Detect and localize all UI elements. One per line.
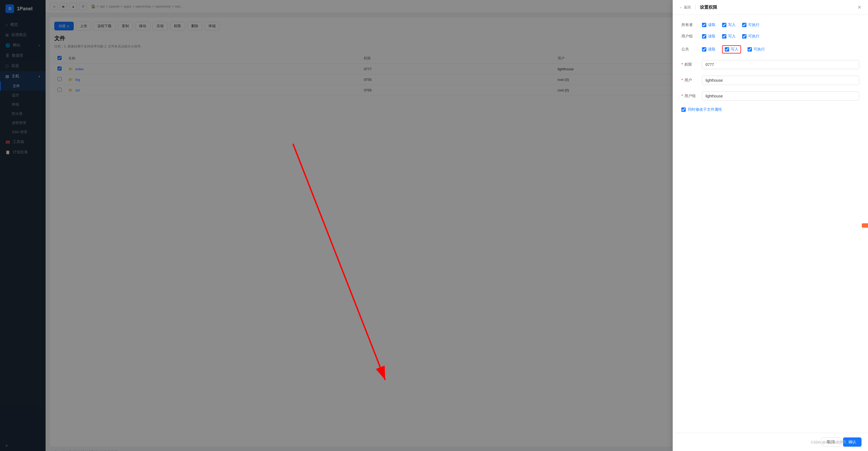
- owner-read-label: 读取: [708, 23, 716, 27]
- group-execute-label: 可执行: [748, 34, 760, 39]
- user-field-label: * 用户: [681, 78, 698, 83]
- public-execute-label: 可执行: [753, 47, 765, 52]
- owner-read-check[interactable]: 读取: [702, 23, 716, 27]
- group-execute-check[interactable]: 可执行: [742, 34, 760, 39]
- modify-children-row: 同时修改子文件属性: [681, 107, 859, 112]
- group-write-checkbox[interactable]: [722, 34, 726, 38]
- usergroup-field-row: * 用户组: [681, 91, 859, 101]
- public-execute-check[interactable]: 可执行: [748, 47, 765, 52]
- owner-write-checkbox[interactable]: [722, 23, 726, 27]
- owner-write-check[interactable]: 写入: [722, 23, 736, 27]
- group-write-check[interactable]: 写入: [722, 34, 736, 39]
- group-write-label: 写入: [728, 34, 736, 39]
- close-button[interactable]: ✕: [858, 4, 862, 10]
- group-read-label: 读取: [708, 34, 716, 39]
- public-read-check[interactable]: 读取: [702, 47, 716, 52]
- public-read-label: 读取: [708, 47, 716, 52]
- permission-field-row: * 权限: [681, 60, 859, 69]
- group-read-checkbox[interactable]: [702, 34, 706, 38]
- owner-label: 所有者: [681, 23, 698, 27]
- owner-read-checkbox[interactable]: [702, 23, 706, 27]
- back-arrow-icon: ←: [679, 5, 683, 9]
- usergroup-field-label: * 用户组: [681, 94, 698, 98]
- dialog-header: ← 返回 设置权限 ✕: [673, 0, 868, 15]
- group-row: 用户组 读取 写入 可执行: [681, 34, 859, 39]
- back-label: 返回: [684, 5, 691, 10]
- public-write-label: 写入: [731, 47, 738, 52]
- public-write-checkbox[interactable]: [725, 47, 729, 52]
- public-execute-checkbox[interactable]: [748, 47, 752, 52]
- watermark: CSDN @奇妙的程序员: [810, 440, 846, 445]
- public-permissions: 读取 写入 可执行: [702, 45, 765, 54]
- feedback-button[interactable]: 反馈: [862, 223, 868, 228]
- header-divider: [695, 5, 695, 10]
- dialog-body: 所有者 读取 写入 可执行: [673, 15, 868, 433]
- public-read-checkbox[interactable]: [702, 47, 706, 52]
- dialog-panel: ← 返回 设置权限 ✕ 所有者 读取 写入: [673, 0, 868, 451]
- user-field-row: * 用户: [681, 76, 859, 85]
- group-label: 用户组: [681, 34, 698, 39]
- dialog-back-button[interactable]: ← 返回: [679, 5, 691, 10]
- usergroup-input[interactable]: [702, 91, 859, 101]
- public-label: 公共: [681, 47, 698, 52]
- public-row: 公共 读取 写入 可执行: [681, 45, 859, 54]
- dialog-title: 设置权限: [700, 5, 717, 10]
- permission-field-label: * 权限: [681, 62, 698, 67]
- owner-execute-label: 可执行: [748, 23, 760, 27]
- owner-execute-checkbox[interactable]: [742, 23, 746, 27]
- owner-permissions: 读取 写入 可执行: [702, 23, 760, 27]
- group-execute-checkbox[interactable]: [742, 34, 746, 38]
- overlay: ← 返回 设置权限 ✕ 所有者 读取 写入: [0, 0, 868, 451]
- modify-children-checkbox[interactable]: [681, 108, 686, 112]
- owner-write-label: 写入: [728, 23, 736, 27]
- owner-row: 所有者 读取 写入 可执行: [681, 23, 859, 27]
- group-read-check[interactable]: 读取: [702, 34, 716, 39]
- public-write-check-highlighted[interactable]: 写入: [722, 45, 741, 54]
- user-input[interactable]: [702, 76, 859, 85]
- modify-children-label: 同时修改子文件属性: [688, 107, 722, 112]
- owner-execute-check[interactable]: 可执行: [742, 23, 760, 27]
- group-permissions: 读取 写入 可执行: [702, 34, 760, 39]
- permission-input[interactable]: [702, 60, 859, 69]
